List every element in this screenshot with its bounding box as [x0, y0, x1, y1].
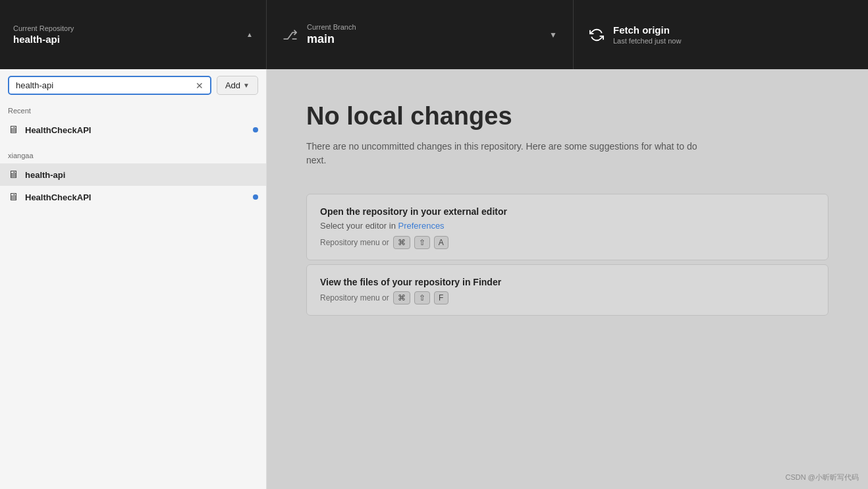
fetch-icon [589, 28, 604, 42]
card-title: View the files of your repository in Fin… [320, 277, 815, 287]
repo-item-name: health-api [25, 170, 258, 180]
card-finder: View the files of your repository in Fin… [306, 264, 828, 316]
section-recent: Recent [0, 101, 266, 119]
list-item[interactable]: 🖥 health-api [0, 163, 266, 186]
cards-area: Open the repository in your external edi… [267, 187, 868, 325]
add-label: Add [225, 80, 240, 90]
dot-badge [253, 127, 258, 132]
search-area: ✕ Add ▼ [0, 69, 266, 101]
repo-computer-icon: 🖥 [8, 169, 18, 181]
add-button[interactable]: Add ▼ [217, 76, 258, 95]
card-title: Open the repository in your external edi… [320, 206, 815, 217]
branch-info: Current Branch main [307, 23, 356, 46]
branch-label: Current Branch [307, 23, 356, 31]
kbd-shift: ⇧ [414, 291, 430, 304]
kbd-cmd: ⌘ [393, 291, 410, 304]
shortcut-row: Repository menu or ⌘ ⇧ A [320, 236, 815, 249]
watermark: CSDN @小昕昕写代码 [786, 473, 859, 482]
shortcut-prefix: Repository menu or [320, 238, 389, 247]
repo-item-name: HealthCheckAPI [25, 192, 246, 202]
no-changes-area: No local changes There are no uncommitte… [267, 69, 868, 187]
section-xiangaa: xiangaa [0, 146, 266, 163]
card-external-editor: Open the repository in your external edi… [306, 194, 828, 260]
repo-info: Current Repository health-api [13, 24, 74, 45]
search-input[interactable] [13, 77, 193, 94]
sidebar: ✕ Add ▼ Recent 🖥 HealthCheckAPI xiangaa … [0, 69, 267, 489]
branch-section[interactable]: ⎇ Current Branch main ▼ [267, 0, 574, 69]
current-repo-section[interactable]: Current Repository health-api ▲ [0, 0, 267, 69]
list-item[interactable]: 🖥 HealthCheckAPI [0, 119, 266, 141]
repo-computer-icon: 🖥 [8, 191, 18, 203]
search-wrapper: ✕ [8, 76, 211, 95]
repo-computer-icon: 🖥 [8, 124, 18, 136]
list-item[interactable]: 🖥 HealthCheckAPI [0, 186, 266, 208]
preferences-link[interactable]: Preferences [398, 221, 445, 231]
shortcut-row: Repository menu or ⌘ ⇧ F [320, 291, 815, 304]
right-panel: No local changes There are no uncommitte… [267, 69, 868, 489]
clear-search-button[interactable]: ✕ [193, 79, 206, 92]
repo-item-name: HealthCheckAPI [25, 125, 246, 135]
kbd-cmd: ⌘ [393, 236, 410, 249]
toolbar: Current Repository health-api ▲ ⎇ Curren… [0, 0, 868, 69]
shortcut-prefix: Repository menu or [320, 293, 389, 302]
fetch-sub: Last fetched just now [613, 37, 681, 45]
fetch-title: Fetch origin [613, 24, 681, 36]
no-changes-title: No local changes [306, 102, 828, 130]
kbd-shift: ⇧ [414, 236, 430, 249]
add-chevron-icon: ▼ [243, 82, 250, 89]
repo-name: health-api [13, 34, 74, 45]
fetch-info: Fetch origin Last fetched just now [613, 24, 681, 45]
repo-chevron-up-icon: ▲ [246, 31, 253, 38]
kbd-a: A [434, 236, 448, 249]
main-area: ✕ Add ▼ Recent 🖥 HealthCheckAPI xiangaa … [0, 69, 868, 489]
branch-name: main [307, 32, 356, 46]
kbd-f: F [434, 291, 448, 304]
section-label-recent: Recent [8, 107, 258, 115]
section-label-xiangaa: xiangaa [8, 152, 258, 159]
fetch-section[interactable]: Fetch origin Last fetched just now [574, 0, 868, 69]
repo-label: Current Repository [13, 24, 74, 32]
branch-chevron-icon: ▼ [549, 30, 557, 40]
no-changes-desc: There are no uncommitted changes in this… [306, 140, 701, 167]
branch-icon: ⎇ [283, 27, 298, 43]
card-desc: Select your editor in Preferences [320, 221, 815, 231]
dot-badge [253, 194, 258, 200]
